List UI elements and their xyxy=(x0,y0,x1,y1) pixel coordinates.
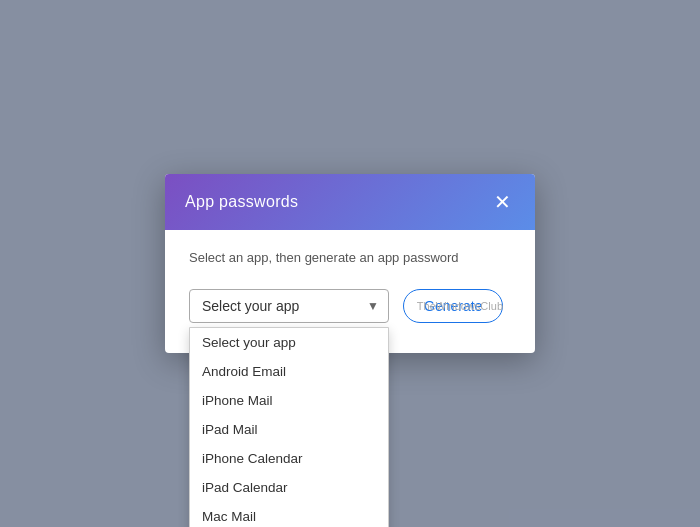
modal-title: App passwords xyxy=(185,193,298,211)
dropdown-item[interactable]: Android Email xyxy=(190,357,388,386)
modal-header: App passwords ✕ xyxy=(165,174,535,230)
app-dropdown-list: Select your appAndroid EmailiPhone Maili… xyxy=(189,327,389,527)
dropdown-item[interactable]: Select your app xyxy=(190,328,388,357)
backdrop: App passwords ✕ Select an app, then gene… xyxy=(0,0,700,527)
dropdown-item[interactable]: iPhone Mail xyxy=(190,386,388,415)
modal-subtitle: Select an app, then generate an app pass… xyxy=(189,250,511,265)
dropdown-item[interactable]: iPad Mail xyxy=(190,415,388,444)
app-select-display[interactable]: Select your app xyxy=(189,289,389,323)
dropdown-item[interactable]: iPad Calendar xyxy=(190,473,388,502)
close-button[interactable]: ✕ xyxy=(490,190,515,214)
dropdown-item[interactable]: iPhone Calendar xyxy=(190,444,388,473)
app-select-wrapper: Select your app ▼ Select your appAndroid… xyxy=(189,289,389,323)
modal-body: Select an app, then generate an app pass… xyxy=(165,230,535,353)
controls-row: Select your app ▼ Select your appAndroid… xyxy=(189,289,511,323)
generate-button[interactable]: Generate xyxy=(403,289,503,323)
dropdown-item[interactable]: Mac Mail xyxy=(190,502,388,527)
modal-dialog: App passwords ✕ Select an app, then gene… xyxy=(165,174,535,353)
